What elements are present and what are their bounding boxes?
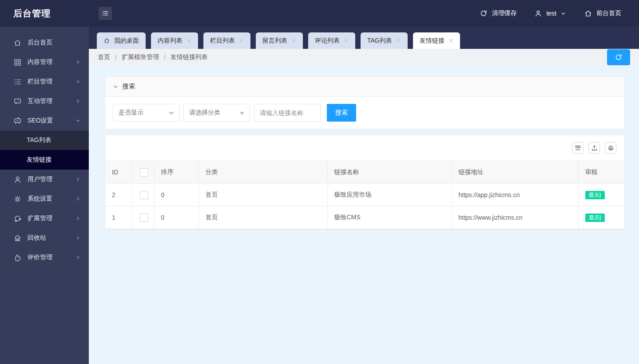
- breadcrumb-home[interactable]: 首页: [98, 53, 110, 61]
- tab-tag-list[interactable]: TAG列表: [361, 32, 408, 49]
- sidebar-item-label: 后台首页: [28, 39, 52, 47]
- header-audit: 审核: [578, 161, 625, 184]
- cell-select: [132, 206, 154, 229]
- close-icon[interactable]: [187, 38, 191, 43]
- sidebar-item-users[interactable]: 用户管理: [0, 170, 89, 189]
- display-filter-value: 是否显示: [119, 109, 143, 117]
- tab-comment-list[interactable]: 评论列表: [308, 32, 355, 49]
- header-category: 分类: [198, 161, 327, 184]
- close-icon[interactable]: [344, 38, 349, 43]
- close-icon[interactable]: [291, 38, 296, 43]
- display-filter-select[interactable]: 是否显示: [113, 104, 179, 122]
- tab-my-desktop[interactable]: 我的桌面: [97, 32, 146, 49]
- main-panel: 搜索 是否显示 请选择分类 搜索: [89, 66, 639, 364]
- cell-url: https://app.jizhicms.cn: [452, 184, 578, 206]
- sidebar-item-interaction[interactable]: 互动管理: [0, 91, 89, 111]
- status-badge[interactable]: 显示}: [585, 191, 605, 199]
- breadcrumb-extension-module[interactable]: 扩展模块管理: [122, 53, 159, 61]
- chevron-down-icon: [113, 84, 119, 90]
- header-url: 链接地址: [452, 161, 578, 184]
- tab-bar: 我的桌面 内容列表 栏目列表 留言列表 评论列表 TAG: [89, 27, 639, 49]
- sidebar-item-columns[interactable]: 栏目管理: [0, 72, 89, 91]
- select-all-checkbox[interactable]: [140, 168, 148, 177]
- list-icon: [13, 78, 22, 86]
- refresh-icon: [615, 53, 623, 61]
- sidebar-item-label: SEO设置: [28, 117, 53, 125]
- breadcrumb-separator: /: [115, 54, 117, 61]
- category-filter-select[interactable]: 请选择分类: [183, 104, 250, 122]
- chevron-down-icon: [560, 11, 566, 16]
- sidebar-item-dashboard[interactable]: 后台首页: [0, 33, 89, 52]
- sidebar-item-seo[interactable]: SEO设置: [0, 111, 89, 131]
- chevron-right-icon: [75, 79, 81, 84]
- search-panel-header[interactable]: 搜索: [105, 77, 624, 97]
- topbar-actions: 清理缓存 test 前台首页: [480, 9, 621, 18]
- close-icon[interactable]: [396, 38, 401, 43]
- tab-column-list[interactable]: 栏目列表: [203, 32, 250, 49]
- topbar: 后台管理 清理缓存 test: [0, 0, 639, 27]
- table-row: 1 0 首页 极致CMS https://www.jizhicms.cn 显示}: [105, 206, 625, 229]
- home-icon: [584, 9, 592, 18]
- cell-name: 极致CMS: [327, 206, 452, 229]
- tab-label: 友情链接: [420, 37, 445, 45]
- row-checkbox[interactable]: [140, 214, 148, 222]
- sidebar-subitem-label: TAG列表: [27, 136, 52, 144]
- search-form: 是否显示 请选择分类 搜索: [105, 97, 624, 129]
- sidebar-item-reviews[interactable]: 评价管理: [0, 248, 89, 267]
- app-title: 后台管理: [0, 8, 89, 20]
- home-icon: [103, 37, 110, 44]
- sidebar-subitem-tag-list[interactable]: TAG列表: [0, 131, 89, 150]
- chevron-right-icon: [75, 255, 81, 260]
- tab-message-list[interactable]: 留言列表: [256, 32, 303, 49]
- close-icon[interactable]: [239, 38, 244, 43]
- sidebar-item-system[interactable]: 系统设置: [0, 189, 89, 209]
- link-name-input[interactable]: [254, 104, 321, 122]
- print-button[interactable]: [605, 142, 616, 154]
- chevron-down-icon: [75, 118, 81, 123]
- sidebar-item-content[interactable]: 内容管理: [0, 52, 89, 72]
- row-checkbox[interactable]: [140, 191, 148, 199]
- front-home-link[interactable]: 前台首页: [584, 9, 621, 18]
- front-home-label: 前台首页: [596, 9, 621, 17]
- tab-friend-links[interactable]: 友情链接: [413, 32, 460, 49]
- sidebar-item-label: 系统设置: [28, 195, 52, 203]
- cell-category: 首页: [198, 184, 327, 206]
- sidebar-collapse-button[interactable]: [99, 7, 112, 20]
- close-icon[interactable]: [448, 38, 453, 43]
- cell-order: 0: [154, 206, 198, 229]
- sidebar-item-label: 互动管理: [28, 97, 52, 105]
- user-menu[interactable]: test: [534, 9, 566, 17]
- refresh-page-button[interactable]: [607, 49, 630, 65]
- clear-cache-button[interactable]: 清理缓存: [480, 9, 516, 17]
- cell-id: 1: [105, 206, 132, 229]
- filter-columns-button[interactable]: [572, 142, 583, 154]
- username: test: [546, 10, 556, 17]
- chevron-right-icon: [75, 235, 81, 241]
- cell-category: 首页: [198, 206, 327, 229]
- home-icon: [13, 39, 22, 47]
- sidebar-subitem-friend-links[interactable]: 友情链接: [0, 150, 89, 170]
- grid-icon: [13, 58, 22, 67]
- cell-audit: 显示}: [578, 206, 625, 229]
- sidebar-item-recycle-bin[interactable]: 回收站: [0, 228, 89, 248]
- gear-icon: [13, 195, 22, 203]
- thumbs-up-icon: [13, 253, 22, 262]
- user-icon: [534, 9, 542, 17]
- printer-icon: [607, 145, 614, 151]
- cell-select: [132, 184, 154, 206]
- breadcrumb: 首页 / 扩展模块管理 / 友情链接列表: [89, 49, 639, 66]
- export-button[interactable]: [588, 142, 600, 154]
- clear-cache-label: 清理缓存: [492, 9, 516, 17]
- header-order: 排序: [154, 161, 198, 184]
- status-badge[interactable]: 显示}: [585, 214, 605, 222]
- chevron-right-icon: [75, 59, 81, 65]
- breadcrumb-separator: /: [164, 54, 166, 61]
- chevron-right-icon: [75, 216, 81, 221]
- cell-audit: 显示}: [578, 184, 625, 206]
- search-button[interactable]: 搜索: [327, 104, 356, 122]
- tab-content-list[interactable]: 内容列表: [151, 32, 198, 49]
- table-header-row: ID 排序 分类 链接名称 链接地址 审核: [105, 161, 625, 184]
- menu-icon: [101, 9, 109, 17]
- header-id: ID: [105, 161, 132, 184]
- sidebar-item-extensions[interactable]: 扩展管理: [0, 209, 89, 228]
